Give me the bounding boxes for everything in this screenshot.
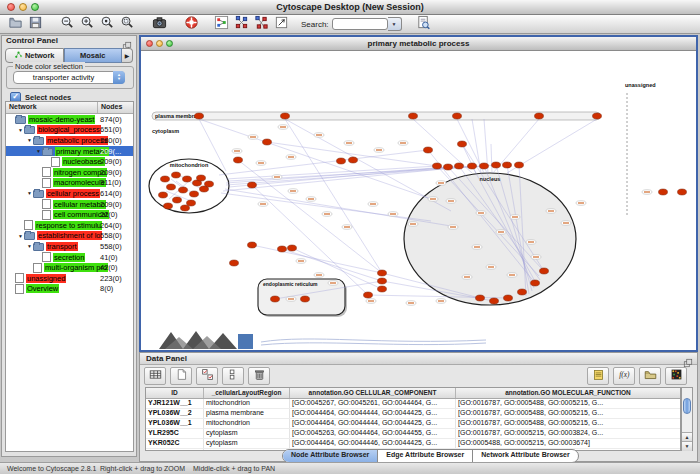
annotation-button[interactable] bbox=[271, 16, 291, 33]
column-header[interactable]: ID bbox=[146, 388, 204, 398]
graph-node[interactable] bbox=[187, 200, 196, 206]
graph-node[interactable] bbox=[301, 296, 310, 302]
disclosure-triangle-icon[interactable]: ▼ bbox=[26, 243, 33, 249]
attribute-table-button[interactable] bbox=[144, 367, 166, 385]
import-attributes-button[interactable] bbox=[639, 367, 661, 385]
layout-two-button[interactable] bbox=[251, 16, 271, 33]
graph-node[interactable] bbox=[248, 242, 257, 248]
help-button[interactable] bbox=[181, 16, 201, 33]
graph-node[interactable] bbox=[659, 189, 668, 195]
region-plasma-membrane[interactable] bbox=[152, 112, 600, 120]
graph-node[interactable] bbox=[181, 205, 190, 211]
tab-mosaic[interactable]: Mosaic bbox=[64, 48, 123, 63]
graph-node[interactable] bbox=[492, 162, 501, 168]
graph-node[interactable] bbox=[179, 187, 188, 193]
graph-node[interactable] bbox=[234, 157, 243, 163]
table-row[interactable]: YPL036W__1mitochondrion[GO:0044464, GO:0… bbox=[146, 419, 680, 429]
graph-node[interactable] bbox=[535, 113, 544, 119]
graph-node[interactable] bbox=[172, 172, 181, 178]
graph-node[interactable] bbox=[531, 280, 540, 286]
network-graph[interactable]: plasma membranecytoplasmmitochondrionnuc… bbox=[141, 51, 696, 350]
graph-node[interactable] bbox=[281, 113, 290, 119]
graph-node[interactable] bbox=[164, 203, 173, 209]
disclosure-triangle-icon[interactable]: ▼ bbox=[17, 127, 24, 133]
graph-node[interactable] bbox=[337, 158, 346, 164]
tree-row[interactable]: cellular metabo209(0) bbox=[6, 199, 133, 210]
network-canvas[interactable]: plasma membranecytoplasmmitochondrionnuc… bbox=[141, 51, 696, 350]
tree-row[interactable]: multi-organism pro42(0) bbox=[6, 262, 133, 273]
attribute-matrix-button[interactable] bbox=[665, 367, 687, 385]
table-row[interactable]: YLR295Ccytoplasm[GO:0045263, GO:0044464,… bbox=[146, 429, 680, 439]
tree-row[interactable]: mosaic-demo-yeast874(0) bbox=[6, 114, 133, 125]
graph-node[interactable] bbox=[593, 113, 602, 119]
layout-one-button[interactable] bbox=[231, 16, 251, 33]
graph-node[interactable] bbox=[195, 113, 204, 119]
tree-row[interactable]: secretion41(0) bbox=[6, 252, 133, 263]
table-row[interactable]: YKR052Ccytoplasm[GO:0044464, GO:0044446,… bbox=[146, 439, 680, 449]
disclosure-triangle-icon[interactable]: ▼ bbox=[17, 233, 24, 239]
tree-row[interactable]: ▼transport558(0) bbox=[6, 241, 133, 252]
graph-node[interactable] bbox=[480, 163, 489, 169]
zoom-fit-button[interactable] bbox=[97, 16, 117, 33]
scrollbar-thumb[interactable] bbox=[683, 398, 691, 414]
save-session-button[interactable] bbox=[25, 16, 45, 33]
tree-row[interactable]: unassigned223(0) bbox=[6, 273, 133, 284]
tree-row[interactable]: nitrogen compo209(0) bbox=[6, 167, 133, 178]
tree-row[interactable]: ▼cellular process614(0) bbox=[6, 188, 133, 199]
tree-row[interactable]: ▼biological_process651(0) bbox=[6, 125, 133, 136]
tab-network-attribute-browser[interactable]: Network Attribute Browser bbox=[473, 450, 577, 462]
tree-column-network[interactable]: Network bbox=[6, 102, 98, 113]
graph-node[interactable] bbox=[230, 260, 239, 266]
graph-node[interactable] bbox=[453, 113, 462, 119]
tab-network[interactable]: Network bbox=[5, 48, 64, 63]
scroll-down-icon[interactable]: ▼ bbox=[682, 441, 692, 451]
graph-node[interactable] bbox=[515, 162, 524, 168]
graph-node[interactable] bbox=[678, 189, 687, 195]
data-panel-float-icon[interactable] bbox=[683, 354, 693, 363]
tree-row[interactable]: macromolecule311(0) bbox=[6, 178, 133, 189]
graph-node[interactable] bbox=[271, 296, 280, 302]
zoom-out-button[interactable] bbox=[57, 16, 77, 33]
search-dropdown-icon[interactable]: ▼ bbox=[388, 17, 402, 31]
graph-node[interactable] bbox=[159, 192, 168, 198]
snapshot-button[interactable] bbox=[149, 16, 169, 33]
graph-node[interactable] bbox=[173, 197, 182, 203]
graph-node[interactable] bbox=[278, 246, 287, 252]
zoom-selected-button[interactable] bbox=[117, 16, 137, 33]
node-color-dropdown[interactable]: transporter activity ▲▼ bbox=[13, 71, 125, 84]
table-scrollbar[interactable]: ▲ ▼ bbox=[681, 387, 693, 451]
notepad-button[interactable] bbox=[587, 367, 609, 385]
tab-edge-attribute-browser[interactable]: Edge Attribute Browser bbox=[378, 450, 473, 462]
graph-node[interactable] bbox=[263, 139, 272, 145]
import-network-button[interactable] bbox=[414, 16, 434, 33]
disclosure-triangle-icon[interactable]: ▼ bbox=[26, 190, 33, 196]
graph-node[interactable] bbox=[378, 270, 387, 276]
tree-row[interactable]: response to stimulu264(0) bbox=[6, 220, 133, 231]
graph-node[interactable] bbox=[518, 289, 527, 295]
search-input[interactable] bbox=[332, 18, 388, 30]
tree-row[interactable]: ▼establishment of lo558(0) bbox=[6, 231, 133, 242]
graph-node[interactable] bbox=[288, 245, 297, 251]
graph-node[interactable] bbox=[455, 163, 464, 169]
column-header[interactable]: annotation.GO CELLULAR_COMPONENT bbox=[290, 388, 456, 398]
graph-node[interactable] bbox=[504, 295, 513, 301]
function-builder-button[interactable]: f(x) bbox=[613, 367, 635, 385]
column-header[interactable]: _cellularLayoutRegion bbox=[204, 388, 290, 398]
new-attribute-button[interactable] bbox=[170, 367, 192, 385]
graph-node[interactable] bbox=[364, 292, 373, 298]
graph-node[interactable] bbox=[490, 298, 499, 304]
zoom-in-button[interactable] bbox=[77, 16, 97, 33]
float-panel-icon[interactable] bbox=[122, 37, 132, 46]
tree-column-nodes[interactable]: Nodes bbox=[98, 102, 133, 113]
graph-node[interactable] bbox=[468, 163, 477, 169]
column-header[interactable]: annotation.GO MOLECULAR_FUNCTION bbox=[456, 388, 680, 398]
tree-row[interactable]: nucleobase-209(0) bbox=[6, 156, 133, 167]
tab-node-attribute-browser[interactable]: Node Attribute Browser bbox=[283, 450, 378, 462]
network-overview-button[interactable] bbox=[211, 16, 231, 33]
tree-row[interactable]: ▼primary metabo209(... bbox=[6, 146, 133, 157]
graph-node[interactable] bbox=[190, 191, 199, 197]
graph-node[interactable] bbox=[378, 286, 387, 292]
graph-node[interactable] bbox=[476, 295, 485, 301]
graph-node[interactable] bbox=[503, 162, 512, 168]
tree-row[interactable]: cell communicat22(0) bbox=[6, 209, 133, 220]
